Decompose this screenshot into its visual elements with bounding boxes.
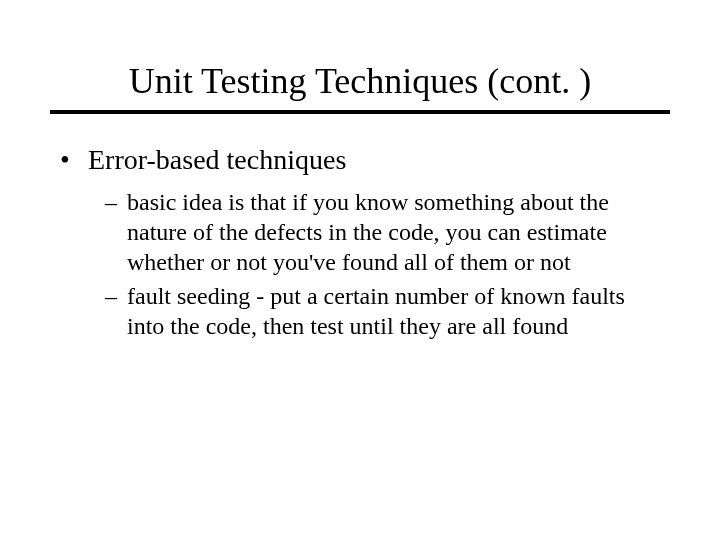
bullet-text: Error-based techniques [88,142,660,177]
bullet-level2: – fault seeding - put a certain number o… [105,281,660,341]
bullet-level2: – basic idea is that if you know somethi… [105,187,660,277]
slide-title: Unit Testing Techniques (cont. ) [50,60,670,102]
slide: Unit Testing Techniques (cont. ) • Error… [0,0,720,540]
slide-body: • Error-based techniques – basic idea is… [50,142,670,341]
dash-marker: – [105,187,127,277]
title-underline [50,110,670,114]
bullet-level1: • Error-based techniques [60,142,660,177]
dash-marker: – [105,281,127,341]
bullet-marker: • [60,142,88,177]
bullet-text: fault seeding - put a certain number of … [127,281,660,341]
bullet-text: basic idea is that if you know something… [127,187,660,277]
